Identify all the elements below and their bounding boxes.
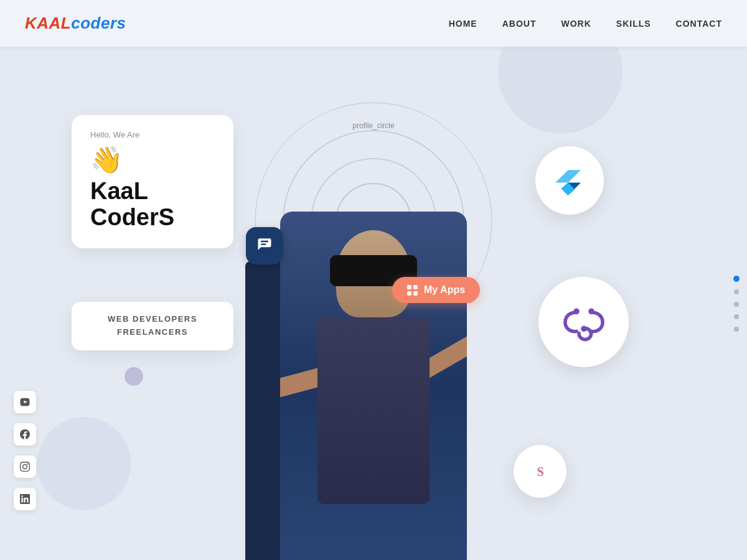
social-icons (14, 391, 36, 510)
svg-point-8 (573, 308, 580, 314)
logo-kaal: KAAL (25, 14, 71, 32)
nav-work[interactable]: WORK (561, 18, 591, 29)
logo-coders: coders (71, 14, 126, 32)
svg-marker-4 (555, 170, 581, 182)
deco-circle-bottom (37, 417, 131, 510)
scroll-dot-4[interactable] (734, 314, 739, 319)
apps-grid-icon (407, 285, 418, 296)
card-role: WEB DEVELOPERS FREELANCERS (72, 302, 233, 350)
nav-home[interactable]: HOME (449, 18, 477, 29)
scroll-dot-1[interactable] (733, 276, 740, 282)
svg-point-7 (588, 308, 594, 314)
deco-circle-top (498, 47, 622, 134)
social-facebook[interactable] (14, 423, 36, 446)
scroll-dot-2[interactable] (734, 289, 739, 294)
nav-skills[interactable]: SKILLS (616, 18, 651, 29)
nav-links: HOME ABOUT WORK SKILLS CONTACT (449, 18, 722, 29)
social-youtube[interactable] (14, 391, 36, 413)
brand-name: KaaL CoderS (90, 179, 215, 231)
tech-redux-circle[interactable] (538, 277, 629, 367)
social-instagram[interactable] (14, 455, 36, 478)
greeting-text: Hello, We Are (90, 130, 215, 139)
tech-flutter-circle[interactable] (535, 146, 604, 215)
scroll-dots (733, 276, 740, 332)
float-chat-icon[interactable] (246, 227, 283, 264)
profile-label: profile_circle (352, 121, 394, 130)
scroll-dot-3[interactable] (734, 302, 739, 307)
hero-section: Hello, We Are 👋 KaaL CoderS WEB DEVELOPE… (0, 47, 747, 560)
logo[interactable]: KAALcoders (25, 14, 126, 33)
wave-emoji: 👋 (90, 144, 215, 175)
role-text: WEB DEVELOPERS FREELANCERS (89, 313, 216, 339)
my-apps-label: My Apps (424, 284, 465, 296)
svg-text:S: S (537, 465, 543, 478)
my-apps-button[interactable]: My Apps (392, 277, 480, 303)
tech-sass-circle[interactable]: S (514, 445, 566, 498)
card-hello: Hello, We Are 👋 KaaL CoderS (72, 115, 233, 248)
nav-about[interactable]: ABOUT (502, 18, 537, 29)
hero-person (255, 187, 492, 560)
svg-point-9 (581, 325, 587, 332)
social-linkedin[interactable] (14, 488, 36, 510)
nav-contact[interactable]: CONTACT (676, 18, 722, 29)
scroll-dot-5[interactable] (734, 327, 739, 332)
navbar: KAALcoders HOME ABOUT WORK SKILLS CONTAC… (0, 0, 747, 47)
deco-circle-purple (125, 367, 143, 386)
